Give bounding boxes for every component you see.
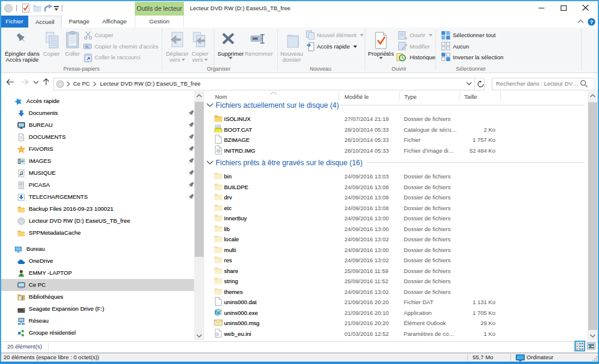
svg-text:?: ? [590,19,594,25]
svg-text:w..: w.. [84,44,90,48]
